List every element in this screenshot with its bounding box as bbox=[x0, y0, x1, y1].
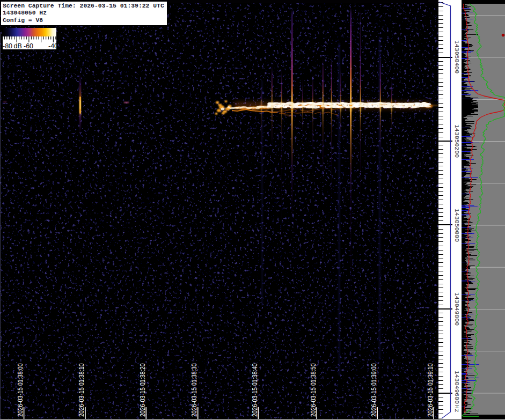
svg-text:2026-03-15 01:38:40: 2026-03-15 01:38:40 bbox=[251, 363, 258, 417]
svg-text:2026-03-15 01:39:00: 2026-03-15 01:39:00 bbox=[370, 363, 377, 417]
svg-text:2026-03-15 01:38:50: 2026-03-15 01:38:50 bbox=[309, 363, 317, 417]
svg-text:2026-03-15 01:38:20: 2026-03-15 01:38:20 bbox=[138, 363, 146, 417]
svg-text:2026-03-15 01:38:00: 2026-03-15 01:38:00 bbox=[16, 363, 24, 417]
svg-text:2026-03-15 01:38:10: 2026-03-15 01:38:10 bbox=[78, 363, 85, 417]
svg-text:2026-03-15 01:38:30: 2026-03-15 01:38:30 bbox=[190, 363, 197, 417]
svg-text:2026-03-15 01:39:10: 2026-03-15 01:39:10 bbox=[426, 363, 434, 417]
